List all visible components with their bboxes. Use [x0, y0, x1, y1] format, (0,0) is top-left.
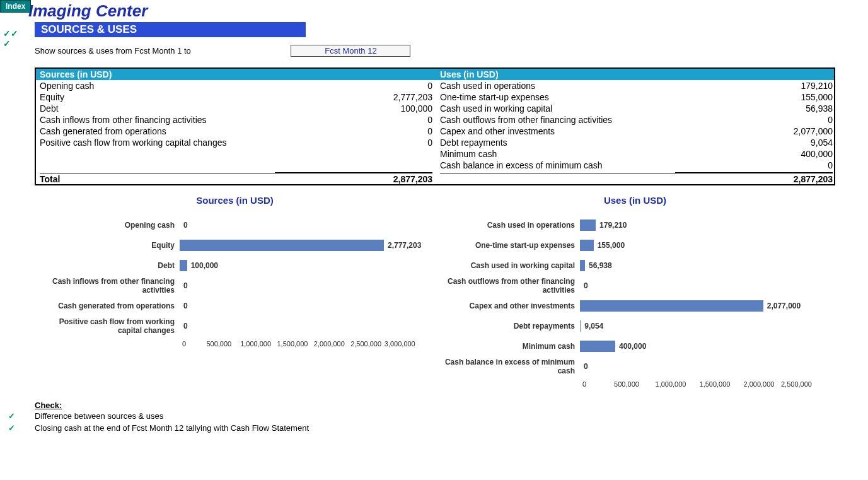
axis-tick: 2,500,000: [781, 380, 803, 388]
bar-row: Equity2,777,203: [35, 235, 435, 255]
axis-tick: 3,000,000: [385, 340, 403, 348]
check-item: ✓Difference between sources & uses: [35, 410, 868, 422]
checks-section: Check: ✓Difference between sources & use…: [35, 401, 868, 434]
table-row: Cash generated from operations0: [40, 126, 432, 137]
table-row: Cash used in working capital56,938: [440, 103, 833, 114]
total-row: 2,877,203: [440, 173, 833, 184]
table-row: Equity2,777,203: [40, 91, 432, 103]
checks-title: Check:: [35, 401, 868, 410]
table-row: Debt repayments9,054: [440, 137, 833, 148]
table-row: Capex and other investments2,077,000: [440, 126, 833, 137]
period-selector[interactable]: Fcst Month 12: [291, 45, 410, 57]
bar-row: Cash outflows from other financing activ…: [435, 276, 835, 296]
bar-row: Debt repayments9,054: [435, 316, 835, 336]
bar-row: Opening cash0: [35, 215, 435, 235]
table-row: Positive cash flow from working capital …: [40, 137, 432, 148]
axis-tick: 500,000: [200, 340, 237, 348]
sources-chart: Sources (in USD) Opening cash0Equity2,77…: [35, 195, 435, 388]
axis-tick: 2,000,000: [311, 340, 347, 348]
axis-tick: 2,000,000: [737, 380, 781, 388]
axis-tick: 1,500,000: [693, 380, 737, 388]
chart-title: Uses (in USD): [435, 195, 835, 206]
check-icon: ✓: [8, 423, 15, 433]
table-row: Debt100,000: [40, 103, 432, 114]
axis-tick: 2,500,000: [347, 340, 384, 348]
total-row: Total2,877,203: [40, 173, 432, 184]
check-item: ✓Closing cash at the end of Fcst Month 1…: [35, 422, 868, 434]
bar-row: Debt100,000: [35, 255, 435, 276]
bar-row: Capex and other investments2,077,000: [435, 296, 835, 316]
axis-tick: 1,000,000: [649, 380, 693, 388]
table-row: Cash balance in excess of minimum cash0: [440, 160, 833, 171]
table-row: Cash inflows from other financing activi…: [40, 114, 432, 126]
check-icon: ✓✓: [3, 28, 18, 38]
sources-header: Sources (in USD): [36, 69, 436, 80]
page-title: Imaging Center: [28, 1, 868, 21]
axis-tick: 0: [582, 380, 605, 388]
table-row: Minimum cash400,000: [440, 148, 833, 160]
table-row: One-time start-up expenses155,000: [440, 91, 833, 103]
table-row: Cash used in operations179,210: [440, 80, 833, 91]
chart-title: Sources (in USD): [35, 195, 435, 206]
bar-row: Cash used in operations179,210: [435, 215, 835, 235]
sources-uses-table: Sources (in USD) Uses (in USD) Opening c…: [35, 67, 835, 185]
axis-tick: 500,000: [605, 380, 649, 388]
table-row: Cash outflows from other financing activ…: [440, 114, 833, 126]
bar-row: Cash inflows from other financing activi…: [35, 276, 435, 296]
check-icon: ✓: [3, 38, 11, 49]
prompt-label: Show sources & uses from Fcst Month 1 to: [35, 46, 191, 56]
uses-header: Uses (in USD): [436, 69, 836, 80]
bar-row: Cash generated from operations0: [35, 296, 435, 316]
axis-tick: 1,000,000: [237, 340, 274, 348]
bar-row: Positive cash flow from working capital …: [35, 316, 435, 336]
axis-tick: 0: [182, 340, 200, 348]
bar-row: One-time start-up expenses155,000: [435, 235, 835, 255]
axis-tick: 1,500,000: [274, 340, 311, 348]
check-icon: ✓: [8, 411, 15, 421]
bar-row: Cash used in working capital56,938: [435, 255, 835, 276]
bar-row: Minimum cash400,000: [435, 336, 835, 356]
uses-chart: Uses (in USD) Cash used in operations179…: [435, 195, 835, 388]
section-header: SOURCES & USES: [35, 22, 306, 37]
index-tab[interactable]: Index: [0, 0, 31, 13]
table-row: Opening cash0: [40, 80, 432, 91]
bar-row: Cash balance in excess of minimum cash0: [435, 356, 835, 377]
